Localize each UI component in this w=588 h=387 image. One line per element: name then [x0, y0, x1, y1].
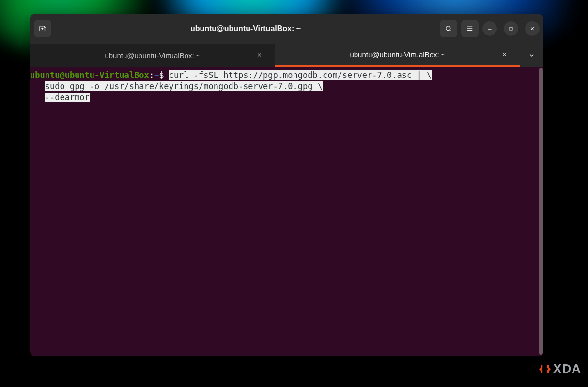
xda-watermark: XDA	[539, 361, 581, 376]
window-title: ubuntu@ubuntu-VirtualBox: ~	[55, 24, 436, 33]
xda-logo-icon	[539, 363, 551, 375]
command-line-3: --dearmor	[45, 93, 90, 102]
tab-1[interactable]: ubuntu@ubuntu-VirtualBox: ~ ×	[30, 44, 275, 67]
tab-close-button[interactable]: ×	[257, 51, 262, 59]
tab-label: ubuntu@ubuntu-VirtualBox: ~	[350, 50, 445, 59]
search-button[interactable]	[440, 20, 457, 37]
close-button[interactable]	[525, 21, 540, 36]
new-tab-icon	[38, 24, 47, 33]
tab-2[interactable]: ubuntu@ubuntu-VirtualBox: ~ ×	[275, 44, 520, 67]
terminal-output[interactable]: ubuntu@ubuntu-VirtualBox:~$ curl -fsSL h…	[30, 67, 539, 356]
minimize-icon	[486, 25, 493, 32]
prompt-user-host: ubuntu@ubuntu-VirtualBox	[30, 70, 149, 80]
chevron-down-icon	[528, 51, 536, 59]
svg-rect-2	[510, 27, 512, 30]
titlebar: ubuntu@ubuntu-VirtualBox: ~	[30, 14, 543, 44]
terminal-area: ubuntu@ubuntu-VirtualBox:~$ curl -fsSL h…	[30, 67, 543, 356]
space	[164, 70, 169, 80]
tab-bar: ubuntu@ubuntu-VirtualBox: ~ × ubuntu@ubu…	[30, 44, 543, 67]
window-controls	[482, 21, 540, 36]
terminal-window: ubuntu@ubuntu-VirtualBox: ~ ubuntu@ub	[30, 14, 543, 356]
close-icon	[529, 25, 536, 32]
command-line-1: curl -fsSL https://pgp.mongodb.com/serve…	[169, 70, 432, 80]
tabs-menu-button[interactable]	[520, 44, 543, 67]
maximize-button[interactable]	[504, 21, 518, 36]
scrollbar-thumb[interactable]	[539, 68, 543, 355]
new-tab-button[interactable]	[34, 20, 51, 37]
svg-point-1	[446, 26, 450, 31]
tab-label: ubuntu@ubuntu-VirtualBox: ~	[105, 51, 200, 60]
indent	[30, 93, 45, 102]
hamburger-icon	[465, 24, 474, 33]
command-line-2: sudo gpg -o /usr/share/keyrings/mongodb-…	[45, 81, 323, 91]
minimize-button[interactable]	[482, 21, 497, 36]
prompt-colon: :	[149, 70, 154, 80]
tab-close-button[interactable]: ×	[502, 51, 507, 59]
watermark-text: XDA	[553, 361, 581, 376]
maximize-icon	[508, 25, 514, 32]
indent	[30, 81, 45, 91]
prompt-symbol: $	[159, 70, 164, 80]
search-icon	[444, 24, 453, 33]
scrollbar[interactable]	[539, 67, 543, 356]
hamburger-menu-button[interactable]	[461, 20, 479, 37]
prompt-path: ~	[154, 70, 159, 80]
